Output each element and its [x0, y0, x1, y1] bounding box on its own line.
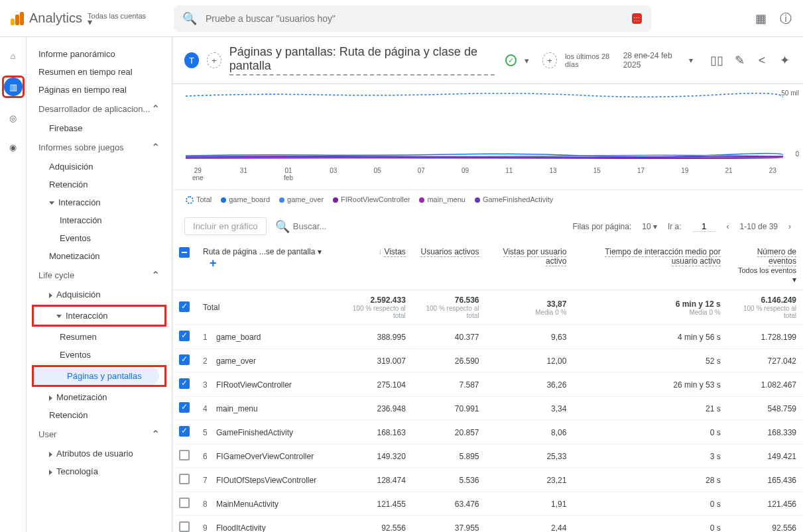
- sidebar-item[interactable]: Atributos de usuario: [27, 445, 172, 462]
- table-row[interactable]: 3FIRootViewController275.1047.58736,2626…: [172, 373, 803, 397]
- sidebar-item[interactable]: Resumen: [27, 328, 172, 346]
- row-checkbox[interactable]: [179, 301, 190, 312]
- table-row[interactable]: 6FIGameOverViewController149.3205.89525,…: [172, 445, 803, 468]
- table-row[interactable]: 1game_board388.99540.3779,634 min y 56 s…: [172, 325, 803, 349]
- date-range-picker[interactable]: los últimos 28 días 28 ene-24 feb 2025 ▾: [565, 51, 693, 70]
- sidebar-item[interactable]: Interacción: [27, 211, 172, 229]
- row-name: GameFinishedActivity: [216, 428, 293, 437]
- row-checkbox[interactable]: [179, 521, 190, 532]
- col-users[interactable]: Usuarios activos: [412, 242, 486, 290]
- dimension-header[interactable]: Ruta de página ...se de pantalla ▾ +: [196, 242, 338, 290]
- x-tick: 19: [681, 167, 688, 182]
- sidebar-section-head[interactable]: Informes sobre juegos⌃: [27, 137, 172, 158]
- legend-item[interactable]: GameFinishedActivity: [475, 195, 553, 204]
- table-row[interactable]: 4main_menu236.94870.9913,3421 s548.759: [172, 397, 803, 421]
- add-comparison-button[interactable]: +: [542, 52, 557, 68]
- sidebar-item[interactable]: Tecnología: [27, 462, 172, 480]
- logo[interactable]: Analytics Todas las cuentas ▾: [11, 11, 163, 26]
- alert-badge-icon[interactable]: :::: [632, 13, 642, 24]
- status-check-icon[interactable]: ✓: [505, 54, 517, 66]
- chevron-up-icon: ⌃: [151, 103, 160, 115]
- sidebar-item[interactable]: Páginas y pantallas: [34, 367, 159, 385]
- row-checkbox[interactable]: [179, 474, 190, 484]
- chevron-down-icon[interactable]: ▾: [525, 56, 529, 66]
- row-checkbox[interactable]: [179, 426, 190, 437]
- rail-explore-icon[interactable]: ◎: [4, 109, 23, 127]
- rail-advertising-icon[interactable]: ◉: [4, 138, 23, 156]
- help-icon[interactable]: ⓘ: [779, 12, 792, 25]
- share-icon[interactable]: <: [755, 54, 769, 67]
- row-name: game_over: [216, 356, 256, 366]
- table-row[interactable]: 5GameFinishedActivity168.16320.8578,060 …: [172, 421, 803, 445]
- table-search-input[interactable]: [293, 221, 404, 231]
- table-row[interactable]: 2game_over319.00726.59012,0052 s727.042: [172, 349, 803, 373]
- row-checkbox[interactable]: [179, 450, 190, 460]
- chevron-up-icon: ⌃: [151, 141, 160, 154]
- legend-item[interactable]: main_menu: [419, 195, 465, 204]
- pager-prev-icon[interactable]: ‹: [727, 222, 729, 231]
- compare-icon[interactable]: ▯▯: [710, 54, 723, 67]
- row-checkbox[interactable]: [179, 331, 190, 341]
- sidebar-item[interactable]: Retención: [27, 406, 172, 424]
- edit-icon[interactable]: ✎: [733, 54, 746, 67]
- row-checkbox[interactable]: [179, 402, 190, 413]
- topbar: Analytics Todas las cuentas ▾ 🔍 ::: ▦ ⓘ: [0, 0, 803, 37]
- sidebar-item[interactable]: Retención: [27, 176, 172, 193]
- col-vpu[interactable]: Vistas por usuario activo: [486, 242, 574, 290]
- search-bar[interactable]: 🔍 :::: [174, 5, 651, 32]
- sidebar-section-head[interactable]: Desarrollador de aplicacion...⌃: [27, 99, 172, 119]
- apps-icon[interactable]: ▦: [754, 12, 767, 25]
- legend-item[interactable]: game_over: [279, 195, 324, 204]
- table-scroll[interactable]: Ruta de página ...se de pantalla ▾ + ↓ V…: [172, 242, 803, 532]
- chart-svg: [186, 91, 783, 164]
- row-name: main_menu: [216, 404, 258, 413]
- insights-icon[interactable]: ✦: [778, 54, 791, 67]
- x-tick: 01 feb: [284, 167, 293, 182]
- add-dimension-button[interactable]: +: [210, 256, 217, 270]
- table-row[interactable]: 9FloodItActivity92.55637.9552,440 s92.55…: [172, 516, 803, 532]
- account-selector[interactable]: Todas las cuentas ▾: [88, 12, 146, 25]
- row-name: FloodItActivity: [216, 523, 266, 532]
- sidebar-section-head[interactable]: Life cycle⌃: [27, 265, 172, 286]
- legend-item[interactable]: Total: [186, 195, 212, 204]
- total-row: Total2.592.433100 % respecto al total76.…: [172, 290, 803, 325]
- row-checkbox[interactable]: [179, 498, 190, 508]
- sidebar-item[interactable]: Monetización: [27, 388, 172, 406]
- col-views[interactable]: ↓ Vistas: [338, 242, 412, 290]
- goto-input[interactable]: [692, 221, 716, 232]
- sidebar-item[interactable]: Adquisición: [27, 286, 172, 303]
- sidebar-item[interactable]: Páginas en tiempo real: [27, 81, 172, 99]
- sidebar-item[interactable]: Eventos: [27, 346, 172, 364]
- sidebar-item[interactable]: Firebase: [27, 119, 172, 137]
- table-row[interactable]: 7FIOutOfStepsViewController128.4745.5362…: [172, 468, 803, 492]
- rail-reports-icon[interactable]: ▥: [4, 78, 23, 96]
- top-actions: ▦ ⓘ: [754, 12, 792, 25]
- select-all-checkbox[interactable]: [179, 247, 190, 258]
- sidebar-item[interactable]: Informe panorámico: [27, 45, 172, 63]
- search-input[interactable]: [206, 13, 623, 24]
- goto-label: Ir a:: [668, 222, 682, 231]
- sidebar-item[interactable]: Interacción: [34, 307, 164, 325]
- row-checkbox[interactable]: [179, 378, 190, 389]
- col-time[interactable]: Tiempo de interacción medio por usuario …: [573, 242, 727, 290]
- add-filter-button[interactable]: +: [207, 52, 221, 68]
- table-row[interactable]: 8MainMenuActivity121.45563.4761,910 s121…: [172, 492, 803, 516]
- rail-home-icon[interactable]: ⌂: [4, 46, 23, 65]
- table-search[interactable]: 🔍: [276, 220, 564, 233]
- legend-item[interactable]: game_board: [221, 195, 270, 204]
- sidebar-item[interactable]: Interacción: [27, 193, 172, 211]
- sidebar-item[interactable]: Monetización: [27, 247, 172, 265]
- highlight-box: Páginas y pantallas: [32, 365, 166, 387]
- row-checkbox[interactable]: [179, 354, 190, 365]
- pager-next-icon[interactable]: ›: [788, 222, 791, 231]
- include-in-chart-button[interactable]: Incluir en gráfico: [184, 217, 267, 235]
- sidebar-item[interactable]: Resumen en tiempo real: [27, 63, 172, 81]
- col-events[interactable]: Número de eventosTodos los eventos ▾: [727, 242, 803, 290]
- sidebar-section-head[interactable]: User⌃: [27, 424, 172, 445]
- page-title: Páginas y pantallas: Ruta de página y cl…: [229, 45, 495, 76]
- rows-per-page-value[interactable]: 10 ▾: [642, 222, 657, 231]
- sidebar-item[interactable]: Adquisición: [27, 158, 172, 176]
- legend-item[interactable]: FIRootViewController: [333, 195, 410, 204]
- sidebar-item[interactable]: Eventos: [27, 229, 172, 247]
- filter-chip[interactable]: T: [184, 52, 199, 68]
